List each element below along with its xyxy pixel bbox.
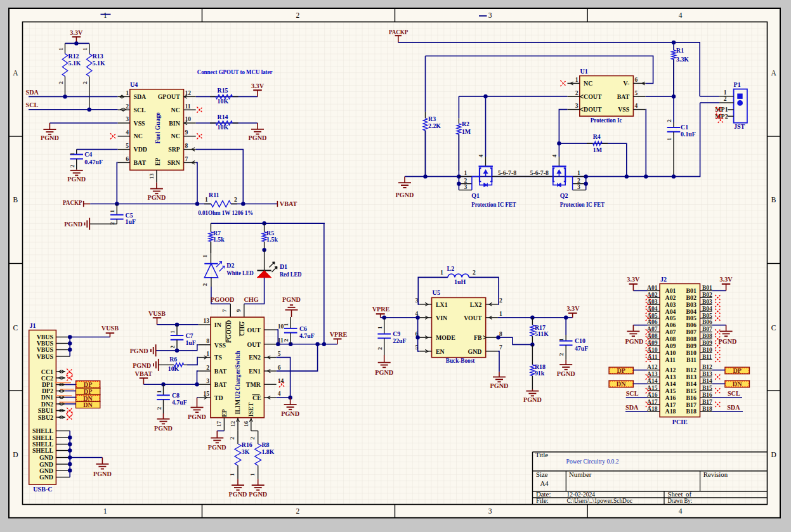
svg-text:B03: B03 [686, 301, 697, 308]
svg-text:Number: Number [569, 470, 592, 478]
svg-text:4: 4 [551, 154, 558, 157]
svg-text:1: 1 [229, 473, 235, 476]
svg-text:A: A [13, 69, 18, 77]
svg-text:A14: A14 [665, 380, 676, 387]
svg-text:R14: R14 [218, 114, 228, 120]
svg-text:DN: DN [733, 380, 742, 387]
svg-text:USB-C: USB-C [33, 486, 52, 493]
svg-text:A18: A18 [647, 405, 658, 412]
svg-text:5-6-7-8: 5-6-7-8 [530, 169, 549, 176]
svg-text:V-: V- [624, 80, 630, 87]
svg-text:5: 5 [126, 142, 129, 149]
svg-text:PGND: PGND [282, 296, 301, 303]
svg-text:White LED: White LED [226, 269, 254, 276]
svg-text:BIN: BIN [169, 120, 180, 127]
svg-text:6: 6 [278, 364, 281, 371]
svg-text:SDA: SDA [26, 89, 39, 96]
svg-text:R2: R2 [462, 120, 469, 127]
svg-text:1: 1 [103, 507, 107, 515]
svg-text:B10: B10 [686, 349, 697, 356]
svg-text:R3: R3 [428, 115, 436, 122]
svg-text:SCL: SCL [626, 390, 639, 397]
svg-text:CE: CE [252, 394, 261, 401]
svg-text:U4: U4 [130, 81, 138, 88]
svg-text:MP2: MP2 [715, 113, 728, 120]
svg-text:1: 1 [69, 152, 75, 155]
svg-text:VBAT: VBAT [280, 200, 297, 207]
svg-text:DN: DN [83, 395, 93, 402]
svg-text:47uF: 47uF [575, 345, 588, 352]
svg-text:Q1: Q1 [471, 192, 480, 199]
svg-text:A05: A05 [665, 315, 676, 321]
svg-text:Buck-Boost: Buck-Boost [446, 357, 475, 364]
svg-text:A16: A16 [647, 391, 658, 398]
svg-text:R8: R8 [261, 441, 269, 448]
svg-text:1: 1 [206, 350, 209, 357]
svg-text:Revision: Revision [703, 470, 728, 478]
svg-text:L2: L2 [447, 265, 455, 272]
svg-text:1: 1 [58, 48, 64, 51]
svg-text:File:: File: [536, 496, 549, 504]
svg-text:2: 2 [249, 437, 256, 440]
svg-text:B16: B16 [686, 394, 697, 401]
svg-text:3: 3 [126, 115, 129, 122]
svg-text:NC: NC [171, 133, 180, 139]
svg-text:PGND: PGND [41, 134, 59, 141]
svg-text:B15: B15 [702, 384, 712, 391]
svg-text:4.7uF: 4.7uF [299, 332, 315, 339]
svg-text:C: C [13, 324, 18, 332]
svg-text:B08: B08 [702, 332, 712, 339]
svg-text:D: D [13, 451, 18, 458]
svg-text:A01: A01 [647, 284, 658, 291]
svg-text:TD: TD [214, 394, 223, 401]
svg-text:22uF: 22uF [393, 337, 406, 344]
svg-text:2: 2 [296, 507, 300, 515]
svg-text:C10: C10 [575, 337, 585, 344]
svg-text:1: 1 [249, 473, 256, 476]
svg-text:1: 1 [558, 338, 565, 341]
svg-text:4: 4 [478, 154, 484, 157]
svg-text:B12: B12 [702, 363, 712, 370]
svg-text:2: 2 [156, 406, 162, 410]
svg-text:B02: B02 [686, 294, 697, 301]
svg-text:LX1: LX1 [436, 301, 448, 308]
svg-text:C: C [771, 324, 776, 332]
svg-text:A15: A15 [665, 387, 676, 394]
svg-text:1: 1 [109, 209, 115, 212]
svg-text:PGND: PGND [208, 444, 226, 451]
svg-text:4: 4 [278, 390, 281, 397]
svg-text:3.3V: 3.3V [566, 305, 580, 312]
svg-text:DN: DN [617, 380, 626, 387]
svg-text:10K: 10K [168, 365, 180, 372]
svg-text:SCL: SCL [26, 101, 39, 108]
svg-text:VUSB: VUSB [101, 325, 119, 332]
svg-text:2: 2 [234, 196, 237, 203]
svg-text:1M: 1M [462, 128, 471, 135]
svg-text:5.1K: 5.1K [93, 60, 105, 67]
svg-text:B16: B16 [702, 391, 712, 398]
svg-text:A: A [771, 69, 776, 77]
svg-text:SDA: SDA [134, 93, 147, 100]
svg-text:2: 2 [666, 119, 672, 122]
svg-text:R17: R17 [535, 324, 546, 331]
svg-text:2: 2 [202, 283, 208, 286]
svg-text:2: 2 [558, 353, 565, 356]
svg-text:PGND: PGND [557, 370, 575, 377]
svg-text:A11: A11 [648, 353, 658, 360]
svg-text:SCL: SCL [728, 390, 740, 397]
svg-text:PGND: PGND [64, 221, 82, 228]
svg-text:11: 11 [185, 103, 191, 110]
svg-text:GND: GND [39, 454, 53, 461]
svg-text:PGND: PGND [154, 425, 173, 432]
svg-text:SHELL: SHELL [32, 447, 53, 454]
svg-text:DP: DP [84, 388, 93, 395]
svg-text:1: 1 [156, 390, 162, 393]
svg-text:0.47uF: 0.47uF [84, 159, 103, 165]
svg-text:DOUT: DOUT [584, 106, 602, 113]
svg-text:PGND: PGND [625, 338, 644, 345]
svg-text:3.3K: 3.3K [676, 56, 689, 63]
svg-text:B09: B09 [702, 339, 712, 346]
svg-text:B07: B07 [702, 325, 712, 332]
svg-text:B06: B06 [686, 321, 697, 328]
svg-text:A09: A09 [665, 342, 676, 349]
